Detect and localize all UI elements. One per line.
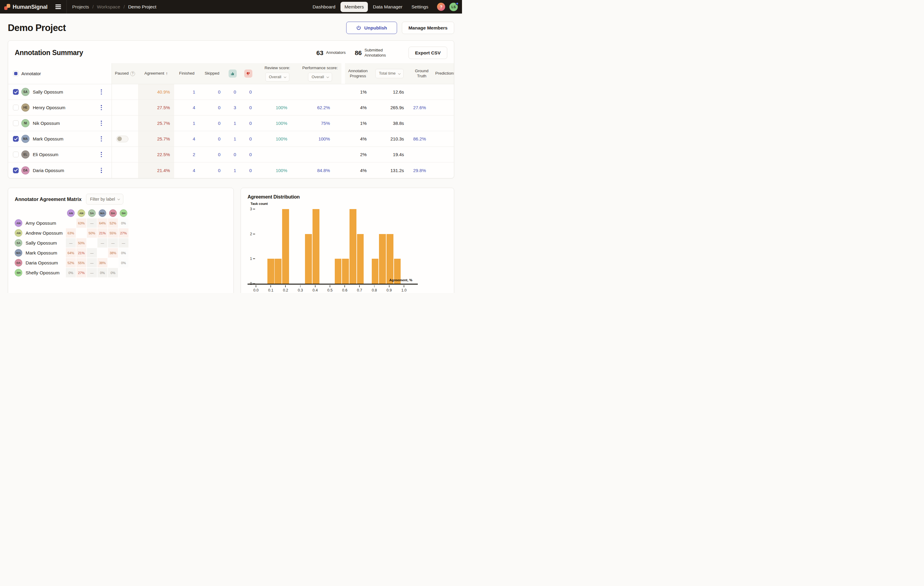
row-checkbox[interactable]: [13, 136, 19, 142]
matrix-cell: —: [87, 218, 97, 228]
humansignal-logo-icon: [4, 3, 10, 10]
histogram-bar: [379, 234, 386, 284]
row-menu-button[interactable]: [98, 150, 104, 158]
select-all-checkbox[interactable]: [13, 71, 19, 76]
breadcrumb-workspace[interactable]: Workspace: [97, 4, 120, 10]
review-score-value: 100%: [256, 100, 299, 115]
finished-value: 2: [174, 147, 200, 162]
row-checkbox[interactable]: [13, 152, 19, 157]
row-checkbox[interactable]: [13, 121, 19, 126]
matrix-title: Annotator Agreement Matrix: [15, 196, 81, 202]
paused-toggle[interactable]: [116, 136, 129, 142]
matrix-column-avatar: AN: [78, 210, 85, 217]
matrix-cell: —: [119, 238, 129, 248]
ground-truth-column-header: Ground Truth: [408, 63, 435, 84]
thumbs-up-icon: [229, 69, 237, 78]
matrix-column-avatar: MA: [99, 210, 106, 217]
x-tick-label: 0.6: [340, 288, 350, 292]
skipped-value: 0: [200, 116, 225, 131]
page-title: Demo Project: [8, 23, 66, 33]
row-menu-button[interactable]: [98, 135, 104, 143]
table-row: MAMark Opossum25.7%4010100%100%4%210.3s8…: [8, 131, 454, 147]
rejected-count: 0: [240, 162, 256, 178]
matrix-cell: [97, 248, 107, 258]
nav-link-data-manager[interactable]: Data Manager: [369, 2, 406, 12]
y-tick-mark: [253, 209, 255, 210]
table-row: ELEli Opossum22.5%20002%19.4s: [8, 147, 454, 162]
user-avatar[interactable]: LS: [449, 3, 458, 11]
annotator-avatar: MA: [21, 135, 30, 143]
row-menu-button[interactable]: [98, 104, 104, 112]
nav-link-dashboard[interactable]: Dashboard: [309, 2, 339, 12]
nav-link-settings[interactable]: Settings: [408, 2, 432, 12]
matrix-row-name: Sally Opossum: [26, 240, 57, 246]
agreement-value: 25.7%: [138, 131, 174, 147]
histogram-bar: [357, 234, 364, 284]
matrix-cell: 0%: [119, 248, 129, 258]
submitted-annotations-count: 86: [355, 50, 361, 56]
x-tick-mark: [404, 285, 404, 287]
matrix-row-label: SHShelly Opossum: [15, 269, 65, 276]
manage-members-button[interactable]: Manage Members: [402, 21, 454, 34]
matrix-cell: [76, 228, 86, 238]
ground-truth-value: 86.2%: [408, 131, 435, 147]
skipped-value: 0: [200, 100, 225, 115]
matrix-cell: 21%: [76, 248, 86, 258]
row-menu-button[interactable]: [98, 119, 104, 127]
x-tick-label: 0.1: [266, 288, 276, 292]
matrix-cell: 38%: [108, 248, 118, 258]
row-menu-button[interactable]: [98, 166, 104, 175]
hamburger-menu-icon[interactable]: [54, 2, 62, 11]
annotation-progress-value: 1%: [342, 84, 371, 99]
annotation-progress-column-header: Annotation Progress: [345, 63, 371, 84]
predictions-value: [435, 162, 454, 178]
annotators-count: 63: [317, 50, 323, 56]
matrix-column-avatar: AN: [67, 210, 74, 217]
summary-stats: 63 Annotators 86 Submitted Annotations E…: [317, 47, 447, 59]
row-menu-button[interactable]: [98, 88, 104, 96]
total-time-select[interactable]: Total time: [375, 69, 404, 78]
matrix-row-name: Andrew Opossum: [26, 230, 63, 236]
matrix-cell: —: [87, 248, 97, 258]
performance-score-value: 100%: [299, 131, 342, 147]
help-icon[interactable]: ?: [437, 3, 445, 11]
nav-links: Dashboard Members Data Manager Settings …: [309, 2, 458, 12]
breadcrumb-projects[interactable]: Projects: [72, 4, 89, 10]
total-time-value: 210.3s: [371, 131, 408, 147]
performance-score-filter-select[interactable]: Overall: [308, 73, 332, 81]
matrix-cell: 63%: [76, 218, 86, 228]
x-tick-label: 0.8: [370, 288, 380, 292]
export-csv-button[interactable]: Export CSV: [408, 47, 447, 59]
matrix-cell: —: [66, 238, 76, 248]
chevron-down-icon: [284, 76, 286, 78]
x-tick-label: 1.0: [399, 288, 409, 292]
agreement-column-header[interactable]: Agreement ↑: [138, 63, 174, 84]
histogram-bar: [342, 259, 349, 284]
paused-column-header: Paused ?: [112, 63, 138, 84]
matrix-cell: 27%: [76, 268, 86, 277]
brand[interactable]: HumanSignal: [4, 3, 48, 10]
filter-by-label-value: Filter by label: [90, 197, 115, 201]
finished-value: 4: [174, 162, 200, 178]
rejected-count: 0: [240, 84, 256, 99]
nav-link-members[interactable]: Members: [340, 2, 368, 12]
predictions-value: [435, 116, 454, 131]
power-icon: [356, 25, 361, 30]
x-tick-mark: [345, 285, 345, 287]
y-tick-label: 1: [248, 257, 252, 261]
toggle-knob: [117, 137, 122, 141]
row-checkbox[interactable]: [13, 89, 19, 95]
predictions-value: [435, 147, 454, 162]
matrix-row-avatar: AN: [15, 229, 22, 237]
unpublish-button[interactable]: Unpublish: [346, 21, 397, 34]
matrix-column-header: SA: [87, 210, 97, 217]
filter-by-label-select[interactable]: Filter by label: [86, 194, 123, 205]
review-score-filter-select[interactable]: Overall: [265, 73, 289, 81]
paused-help-icon[interactable]: ?: [130, 71, 135, 76]
row-checkbox[interactable]: [13, 168, 19, 173]
matrix-cell: 0%: [119, 218, 129, 228]
matrix-cell: 63%: [66, 228, 76, 238]
matrix-cell: 0%: [108, 268, 118, 277]
row-checkbox[interactable]: [13, 105, 19, 111]
x-axis-title: Agreement, %: [368, 278, 412, 282]
